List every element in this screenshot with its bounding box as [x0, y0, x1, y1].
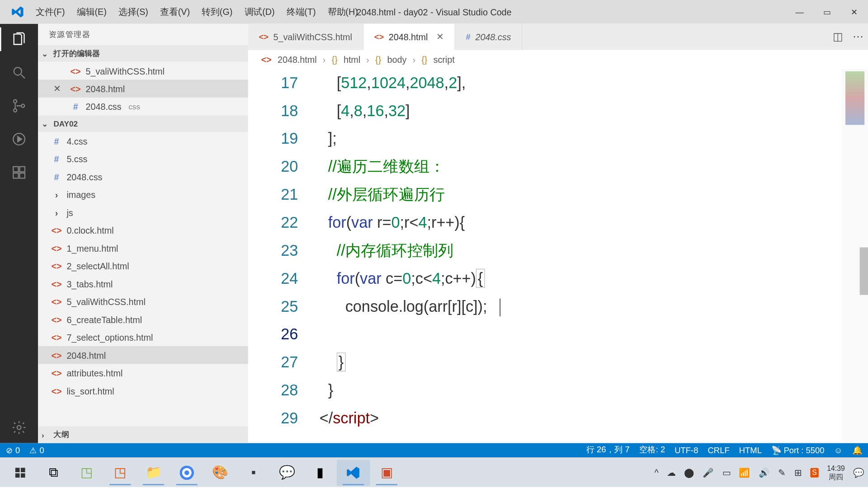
menu-item[interactable]: 调试(D) [245, 6, 275, 18]
start-button[interactable] [4, 460, 37, 486]
tray-icon[interactable]: ⊞ [794, 467, 802, 478]
open-editor-item[interactable]: # 2048.css css [38, 98, 248, 115]
file-tree-item[interactable]: <>lis_sort.html [38, 382, 248, 399]
status-encoding[interactable]: UTF-8 [675, 446, 698, 455]
file-tree-item[interactable]: <>2048.html [38, 346, 248, 364]
menu-item[interactable]: 帮助(H) [328, 6, 358, 18]
settings-gear-icon[interactable] [11, 419, 28, 436]
explorer-icon[interactable] [11, 31, 28, 47]
wifi-icon[interactable]: 📶 [739, 467, 750, 478]
tray-icon[interactable]: 🎤 [703, 467, 714, 478]
search-icon[interactable] [11, 64, 28, 81]
close-icon[interactable]: ✕ [53, 83, 65, 94]
file-tree-item[interactable]: ›images [38, 186, 248, 203]
close-icon[interactable]: ✕ [841, 0, 868, 24]
file-tree-item[interactable]: #5.css [38, 150, 248, 168]
taskbar-app[interactable]: 🎨 [203, 460, 237, 486]
menu-item[interactable]: 查看(V) [160, 6, 190, 18]
battery-icon[interactable]: ▭ [722, 467, 731, 478]
sidebar-title: 资源管理器 [38, 24, 248, 45]
editor-tab[interactable]: <> 5_valiWithCSS.html [248, 24, 363, 50]
taskbar-app[interactable]: ◳ [70, 460, 104, 486]
open-editors-header[interactable]: ⌄ 打开的编辑器 [38, 45, 248, 62]
volume-icon[interactable]: 🔊 [759, 467, 770, 478]
close-icon[interactable]: ✕ [436, 32, 444, 42]
source-control-icon[interactable] [11, 98, 28, 114]
file-tree-item[interactable]: <>attributes.html [38, 364, 248, 381]
terminal-icon[interactable]: ▮ [303, 460, 337, 486]
status-liveserver[interactable]: 📡 Port : 5500 [771, 446, 825, 455]
powerpoint-icon[interactable]: ▣ [370, 460, 404, 486]
extensions-icon[interactable] [11, 164, 28, 181]
feedback-icon[interactable]: ☺ [834, 446, 843, 455]
breadcrumb-item[interactable]: script [434, 54, 455, 64]
file-tree-item[interactable]: <>7_select_options.html [38, 328, 248, 346]
debug-icon[interactable] [11, 131, 28, 148]
notifications-icon[interactable]: 🔔 [852, 446, 862, 455]
breadcrumb[interactable]: <> 2048.html › {} html › {} body › {} sc… [248, 50, 868, 69]
css-file-icon: # [51, 172, 62, 182]
task-view-icon[interactable]: ⧉ [37, 460, 71, 486]
wechat-icon[interactable]: 💬 [270, 460, 303, 486]
breadcrumb-item[interactable]: html [344, 54, 360, 64]
status-lncol[interactable]: 行 26，列 7 [586, 445, 630, 455]
ime-icon[interactable]: S [810, 468, 818, 477]
open-editor-item[interactable]: <> 5_valiWithCSS.html [38, 62, 248, 80]
file-tree-item[interactable]: <>5_valiWithCSS.html [38, 292, 248, 310]
menu-bar: 文件(F) 编辑(E) 选择(S) 查看(V) 转到(G) 调试(D) 终端(T… [36, 6, 358, 18]
file-explorer-icon[interactable]: 📁 [137, 460, 170, 486]
file-tree-item[interactable]: ›js [38, 203, 248, 221]
chrome-icon[interactable] [170, 460, 203, 486]
breadcrumb-item[interactable]: body [387, 54, 406, 64]
warning-count[interactable]: ⚠ 0 [29, 446, 44, 455]
editor-tab[interactable]: # 2048.css [455, 24, 523, 50]
code-editor[interactable]: 17181920212223242526272829 [512,1024,204… [248, 69, 868, 443]
more-actions-icon[interactable]: ⋯ [853, 30, 863, 43]
windows-taskbar: ⧉ ◳ ◳ 📁 🎨 ▪ 💬 ▮ ▣ ^ ☁ ⬤ 🎤 ▭ 📶 🔊 ✎ ⊞ S 14… [0, 457, 868, 487]
file-tree-item[interactable]: <>6_createTable.html [38, 310, 248, 328]
file-tree-item[interactable]: <>1_menu.html [38, 239, 248, 257]
code-content[interactable]: [512,1024,2048,2], [4,8,16,32] ]; //遍历二维… [320, 69, 868, 443]
status-language[interactable]: HTML [739, 446, 762, 455]
vscode-taskbar-icon[interactable] [337, 460, 370, 486]
folder-header[interactable]: ⌄ DAY02 [38, 115, 248, 132]
error-count[interactable]: ⊘ 0 [6, 446, 20, 455]
minimize-icon[interactable]: — [786, 0, 813, 24]
tray-icon[interactable]: ⬤ [684, 467, 694, 478]
status-spaces[interactable]: 空格: 2 [639, 445, 665, 455]
menu-item[interactable]: 文件(F) [36, 6, 65, 18]
file-tree-item[interactable]: <>2_selectAll.html [38, 257, 248, 275]
file-tree-item[interactable]: #4.css [38, 132, 248, 150]
file-tree-item[interactable]: <>0.clock.html [38, 221, 248, 239]
tray-icon[interactable]: ✎ [778, 467, 786, 478]
action-center-icon[interactable]: 💬 [853, 467, 864, 478]
tab-label: 2048.html [389, 32, 428, 42]
svg-point-9 [17, 426, 21, 430]
outline-header[interactable]: › 大纲 [38, 427, 248, 443]
menu-item[interactable]: 编辑(E) [77, 6, 107, 18]
maximize-icon[interactable]: ▭ [813, 0, 841, 24]
tray-expand-icon[interactable]: ^ [654, 467, 658, 477]
taskbar-app[interactable]: ◳ [104, 460, 137, 486]
status-bar: ⊘ 0 ⚠ 0 行 26，列 7 空格: 2 UTF-8 CRLF HTML 📡… [0, 443, 868, 457]
menu-item[interactable]: 转到(G) [202, 6, 232, 18]
tray-icon[interactable]: ☁ [667, 467, 676, 478]
file-tree-item[interactable]: <>3_tabs.html [38, 275, 248, 292]
menu-item[interactable]: 终端(T) [287, 6, 316, 18]
chevron-right-icon: › [323, 54, 326, 64]
file-name: 2048.html [66, 350, 106, 360]
taskbar-clock[interactable]: 14:39周四 [827, 464, 845, 481]
chevron-down-icon: ⌄ [42, 119, 50, 128]
editor-tab[interactable]: <> 2048.html ✕ [363, 24, 455, 50]
menu-item[interactable]: 选择(S) [118, 6, 148, 18]
breadcrumb-item[interactable]: 2048.html [278, 54, 317, 64]
open-editor-item[interactable]: ✕ <> 2048.html [38, 80, 248, 97]
status-eol[interactable]: CRLF [708, 446, 730, 455]
css-file-icon: # [51, 136, 62, 146]
taskbar-app[interactable]: ▪ [237, 460, 270, 486]
minimap[interactable] [842, 69, 868, 443]
file-tree-item[interactable]: #2048.css [38, 168, 248, 185]
tab-label: 2048.css [475, 32, 511, 42]
split-editor-icon[interactable]: ◫ [833, 30, 843, 43]
html-file-icon: <> [51, 368, 62, 378]
